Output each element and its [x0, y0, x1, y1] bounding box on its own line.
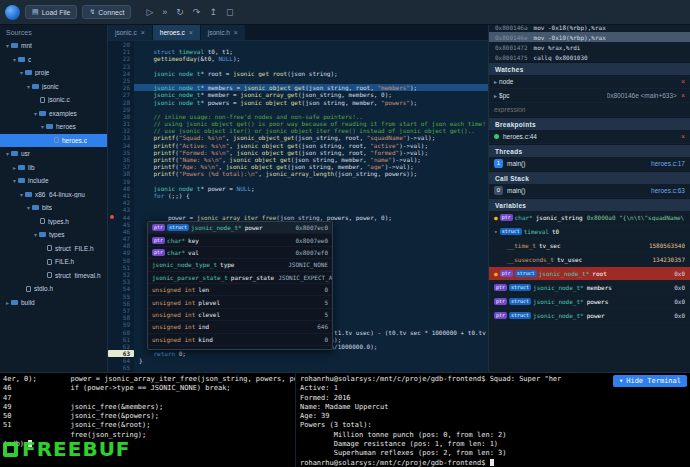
thread-row[interactable]: 1main()heroes.c:17	[489, 157, 690, 171]
line-number[interactable]: 23	[108, 63, 134, 70]
chevron-down-icon[interactable]: ▾	[4, 150, 11, 157]
line-number[interactable]: 56	[108, 300, 134, 307]
line-number[interactable]: 29	[108, 106, 134, 113]
popup-row[interactable]: unsigned intclevel5	[148, 309, 332, 321]
variable-row[interactable]: ▾structtimevalt0	[489, 225, 690, 239]
popup-row[interactable]: ptrchar*key0x8007ee0	[148, 234, 332, 246]
line-number[interactable]: 42	[108, 199, 134, 206]
line-number[interactable]: 22	[108, 55, 134, 62]
step-out-icon[interactable]: ↥	[209, 8, 217, 17]
line-number[interactable]: 31	[108, 120, 134, 127]
restart-icon[interactable]: ↻	[176, 8, 184, 17]
tree-item-proje[interactable]: ▾proje	[0, 66, 107, 80]
chevron-down-icon[interactable]: ▾	[32, 231, 39, 238]
line-number[interactable]: 54	[108, 285, 134, 292]
chevron-right-icon[interactable]: ▸	[4, 299, 11, 306]
chevron-down-icon[interactable]: ▾	[18, 69, 25, 76]
tab-jsonic-h[interactable]: jsonic.h×	[201, 25, 246, 40]
line-number[interactable]: 43	[108, 206, 134, 213]
popup-row[interactable]: ptrstructjsonic_node_t*power0x8007ec0	[148, 222, 332, 234]
stop-icon[interactable]: ◻	[226, 8, 233, 17]
pin-icon[interactable]: ●	[494, 214, 498, 221]
tree-item-include[interactable]: ▾include	[0, 174, 107, 188]
breakpoint-enabled-dot[interactable]	[494, 134, 499, 139]
tree-item-examples[interactable]: ▾examples	[0, 107, 107, 121]
tree-item-heroes[interactable]: ▾heroes	[0, 120, 107, 134]
line-number[interactable]: 52	[108, 271, 134, 278]
chevron-down-icon[interactable]: ▾	[11, 56, 18, 63]
tree-item-jsonic[interactable]: ▾jsonic	[0, 80, 107, 94]
line-number[interactable]: 46	[108, 228, 134, 235]
line-number[interactable]: 26	[108, 84, 134, 91]
watch-row[interactable]: ▸$pc0x800146e <main+633>×	[489, 89, 690, 103]
tree-item-x86-64-linux-gnu[interactable]: ▾x86_64-linux-gnu	[0, 188, 107, 202]
tree-item-c[interactable]: ▾c	[0, 53, 107, 67]
chevron-right-icon[interactable]: ▸	[494, 92, 497, 99]
line-number[interactable]: 49	[108, 249, 134, 256]
variable-row[interactable]: __time_ttv_sec1580563540	[489, 239, 690, 253]
tree-item-build[interactable]: ▸build	[0, 296, 107, 310]
tree-item-usr[interactable]: ▾usr	[0, 147, 107, 161]
tree-item-lib[interactable]: ▸lib	[0, 161, 107, 175]
variable-row[interactable]: ●ptrstructjsonic_node_t*root0x0	[489, 267, 690, 281]
popup-row[interactable]: ptrchar*val0x8007ef0	[148, 247, 332, 259]
variable-row[interactable]: ptrstructjsonic_node_t*powers0x0	[489, 295, 690, 309]
variable-row[interactable]: __suseconds_ttv_usec134230357	[489, 253, 690, 267]
variable-row[interactable]: ●ptrchar*jsonic_string0x8000a0 "{\n\t\"s…	[489, 211, 690, 225]
line-number[interactable]: 33	[108, 134, 134, 141]
line-number[interactable]: 48	[108, 242, 134, 249]
popup-row[interactable]: unsigned intkind0	[148, 334, 332, 346]
line-number[interactable]: 51	[108, 264, 134, 271]
line-number[interactable]: 28	[108, 99, 134, 106]
line-number[interactable]: 40	[108, 185, 134, 192]
chevron-down-icon[interactable]: ▾	[494, 228, 498, 235]
tree-item-file-h[interactable]: FILE.h	[0, 255, 107, 269]
line-number[interactable]: 37	[108, 163, 134, 170]
line-number[interactable]: 61	[108, 336, 134, 343]
tab-heroes-c[interactable]: heroes.c×	[153, 25, 201, 40]
continue-icon[interactable]: »	[162, 8, 167, 17]
line-number[interactable]: 41	[108, 192, 134, 199]
popup-row[interactable]: unsigned intplevel5	[148, 296, 332, 308]
disassembly-row[interactable]: 0x800146amov -0x18(%rbp),%rax	[489, 25, 690, 32]
chevron-right-icon[interactable]: ▸	[11, 164, 18, 171]
watch-expression-input[interactable]	[494, 106, 685, 113]
variable-row[interactable]: ptrstructjsonic_node_t*power0x0	[489, 309, 690, 323]
line-number[interactable]: 27	[108, 91, 134, 98]
disassembly-row[interactable]: 0x800146emov -0x10(%rbp),%rax	[489, 32, 690, 42]
line-number[interactable]: 64	[108, 357, 134, 364]
load-file-button[interactable]: ▤ Load File	[25, 5, 77, 19]
line-number[interactable]: 63	[108, 350, 134, 357]
tree-item-heroes-c[interactable]: heroes.c	[0, 134, 107, 148]
tree-item-types-h[interactable]: types.h	[0, 215, 107, 229]
line-number[interactable]: 20	[108, 41, 134, 48]
tree-item-jsonic-c[interactable]: jsonic.c	[0, 93, 107, 107]
popup-row[interactable]: jsonic_parser_state_tparser_stateJSONIC_…	[148, 272, 332, 284]
tree-item-mnt[interactable]: ▾mnt	[0, 39, 107, 53]
line-number[interactable]: 38	[108, 170, 134, 177]
tab-jsonic-c[interactable]: jsonic.c×	[108, 25, 153, 40]
line-number[interactable]: 47	[108, 235, 134, 242]
chevron-down-icon[interactable]: ▾	[4, 42, 11, 49]
program-terminal[interactable]: ▾ Hide Terminal rohanrhu@solarsys:/mnt/c…	[295, 372, 690, 467]
chevron-down-icon[interactable]: ▾	[39, 123, 46, 130]
line-number[interactable]: 65	[108, 364, 134, 371]
remove-watch-icon[interactable]: ×	[681, 92, 685, 99]
step-over-icon[interactable]: ↷	[193, 8, 201, 17]
chevron-right-icon[interactable]: ▸	[494, 78, 497, 85]
line-number[interactable]: 30	[108, 113, 134, 120]
callstack-row[interactable]: 0main()heroes.c:63	[489, 184, 690, 198]
hide-terminal-button[interactable]: ▾ Hide Terminal	[613, 375, 687, 387]
line-number[interactable]: 55	[108, 293, 134, 300]
remove-watch-icon[interactable]: ×	[681, 78, 685, 85]
chevron-down-icon[interactable]: ▾	[11, 177, 18, 184]
close-tab-icon[interactable]: ×	[189, 29, 193, 36]
line-number[interactable]: 57	[108, 307, 134, 314]
run-icon[interactable]: ▷	[146, 8, 153, 17]
disassembly-row[interactable]: 0x8001475callq 0x8001030	[489, 52, 690, 62]
chevron-down-icon[interactable]: ▾	[25, 83, 32, 90]
pin-icon[interactable]: ●	[494, 270, 498, 277]
line-number[interactable]: 59	[108, 321, 134, 328]
line-number[interactable]: 32	[108, 127, 134, 134]
code-editor[interactable]: jsonic.c×heroes.c×jsonic.h× 2021 struct …	[108, 25, 488, 372]
